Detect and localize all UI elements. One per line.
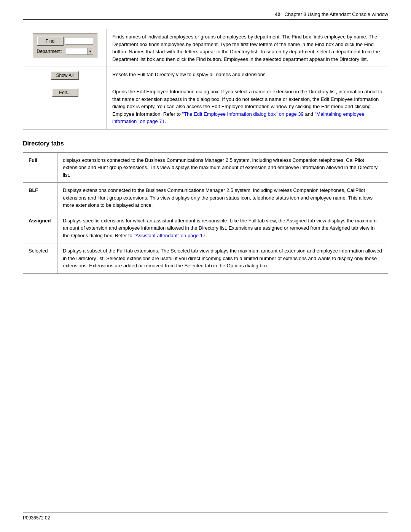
directory-tabs-table: Full displays extensions connected to th… <box>23 152 388 274</box>
department-label: Department: <box>37 49 64 54</box>
dir-row-full: Full displays extensions connected to th… <box>23 152 388 183</box>
find-description: Finds names of individual employees or g… <box>107 29 388 67</box>
edit-button[interactable]: Edit... <box>52 88 78 97</box>
showall-description: Resets the Full tab Directory view to di… <box>107 67 388 84</box>
find-widget-cell: Find Department: ▼ <box>23 29 107 67</box>
dir-label-assigned: Assigned <box>23 213 57 243</box>
dir-desc-full: displays extensions connected to the Bus… <box>57 152 388 183</box>
department-select[interactable] <box>66 48 88 55</box>
dir-label-selected: Selected <box>23 243 57 274</box>
dir-row-blf: BLF Displays extensions connected to the… <box>23 183 388 213</box>
page-header: 42 Chapter 3 Using the Attendant Console… <box>23 11 388 20</box>
directory-tabs-heading: Directory tabs <box>23 140 388 147</box>
dir-desc-assigned: Displays specific extensions for which a… <box>57 213 388 243</box>
dir-row-selected: Selected Displays a subset of the Full t… <box>23 243 388 274</box>
edit-button-cell: Edit... <box>23 84 107 129</box>
page-footer: P0936572 02 <box>23 513 388 521</box>
dir-desc-blf: Displays extensions connected to the Bus… <box>57 183 388 213</box>
assigned-link[interactable]: "Assistant attendant" on page 17 <box>134 233 205 238</box>
find-ui-box: Find Department: ▼ <box>33 33 97 58</box>
dir-label-blf: BLF <box>23 183 57 213</box>
table-row-find: Find Department: ▼ Finds names of indivi… <box>23 29 388 67</box>
department-row: Department: ▼ <box>37 48 93 55</box>
showall-button-cell: Show All <box>23 67 107 84</box>
upper-table: Find Department: ▼ Finds names of indivi… <box>23 29 388 129</box>
edit-link-1[interactable]: "The Edit Employee Information dialog bo… <box>182 111 304 117</box>
doc-number: P0936572 02 <box>23 515 50 521</box>
edit-description: Opens the Edit Employee Information dial… <box>107 84 388 129</box>
table-row-edit: Edit... Opens the Edit Employee Informat… <box>23 84 388 129</box>
show-all-button[interactable]: Show All <box>51 71 79 80</box>
chapter-title: 42 Chapter 3 Using the Attendant Console… <box>275 11 388 17</box>
dir-row-assigned: Assigned Displays specific extensions fo… <box>23 213 388 243</box>
find-button[interactable]: Find <box>37 37 64 46</box>
find-input[interactable] <box>65 38 93 45</box>
find-row: Find <box>37 37 93 46</box>
dir-desc-selected: Displays a subset of the Full tab extens… <box>57 243 388 274</box>
dir-label-full: Full <box>23 152 57 183</box>
dropdown-arrow-icon[interactable]: ▼ <box>87 48 93 55</box>
chapter-desc: Chapter 3 Using the Attendant Console wi… <box>285 11 388 17</box>
chapter-number: 42 <box>275 11 280 17</box>
table-row-showall: Show All Resets the Full tab Directory v… <box>23 67 388 84</box>
